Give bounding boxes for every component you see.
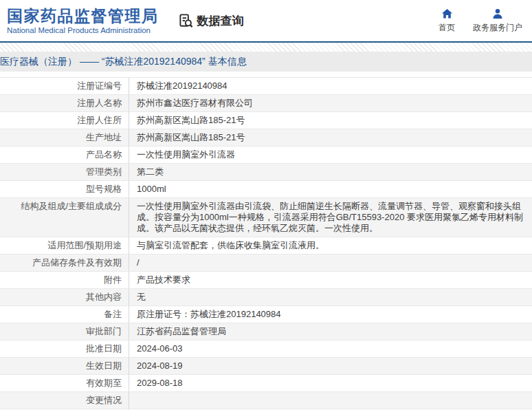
row-value: 苏械注准20192140984 [129,78,532,94]
home-icon [441,8,453,19]
table-row-reg-number: 注册证编号 苏械注准20192140984 [0,78,532,95]
table-row-management-class: 管理类别 第二类 [0,164,532,181]
row-label: 审批部门 [0,323,129,340]
row-value: 1000ml [129,181,532,197]
table-row-registrant-name: 注册人名称 苏州市鑫达医疗器材有限公司 [0,95,532,112]
logo-title-en: National Medical Products Administration [7,25,159,35]
row-value [129,392,532,409]
table-row-approval-dept: 审批部门 江苏省药品监督管理局 [0,323,532,341]
table-row-other-content: 其他内容 无 [0,289,532,306]
row-label: 注册人住所 [0,112,129,129]
row-value: 一次性使用脑室外引流器 [129,147,532,163]
nav-portal-label: 政务服务门户 [473,22,522,34]
row-label: 变更情况 [0,392,129,409]
table-row-storage-validity: 产品储存条件及有效期 / [0,255,532,272]
row-label: 其他内容 [0,289,129,305]
table-row-product-name: 产品名称 一次性使用脑室外引流器 [0,147,532,164]
row-label: 生产地址 [0,129,129,146]
row-label: 产品储存条件及有效期 [0,255,129,271]
table-row-changes: 变更情况 [0,392,532,409]
row-value: 苏州高新区嵩山路185-21号 [129,112,532,129]
row-value: 无 [129,289,532,305]
page-title: 医疗器械（注册） —— “苏械注准20192140984” 基本信息 [0,52,532,72]
header-nav: 首页 政务服务门户 [439,8,522,34]
row-value: 产品技术要求 [129,272,532,288]
page: 国家药品监督管理局 National Medical Products Admi… [0,0,532,410]
document-search-icon [178,13,194,29]
row-value: / [129,255,532,271]
title-gap [0,72,532,77]
table-row-model-spec: 型号规格 1000ml [0,181,532,198]
logo-title-cn: 国家药品监督管理局 [7,7,159,25]
nav-home[interactable]: 首页 [439,8,455,34]
row-value: 一次性使用脑室外引流器由引流袋、防止细菌逆生长隔断器、流量调节器、导管、观察窗和… [129,198,532,237]
row-label: 适用范围/预期用途 [0,237,129,254]
row-label: 生效日期 [0,358,129,374]
row-label: 注册人名称 [0,95,129,111]
row-value: 与脑室引流管配套，供临床收集脑室引流液用。 [129,237,532,254]
row-label: 有效期至 [0,375,129,391]
table-row-effective-date: 生效日期 2024-08-19 [0,358,532,375]
nmpa-logo[interactable]: 国家药品监督管理局 National Medical Products Admi… [7,7,159,35]
nav-home-label: 首页 [439,22,455,34]
table-row-composition: 结构及组成/主要组成成分 一次性使用脑室外引流器由引流袋、防止细菌逆生长隔断器、… [0,198,532,237]
table-row-approval-date: 批准日期 2024-06-03 [0,341,532,358]
data-query-link[interactable]: 数据查询 [178,13,244,29]
row-value: 2024-08-19 [129,358,532,374]
table-row-attachment: 附件 产品技术要求 [0,272,532,289]
row-label: 备注 [0,306,129,323]
table-row-registrant-address: 注册人住所 苏州高新区嵩山路185-21号 [0,112,532,129]
row-value: 2029-08-18 [129,375,532,391]
nav-portal[interactable]: 政务服务门户 [473,8,522,34]
row-value: 原注册证号：苏械注准20192140984 [129,306,532,323]
site-header: 国家药品监督管理局 National Medical Products Admi… [0,0,532,43]
row-value: 苏州市鑫达医疗器材有限公司 [129,95,532,111]
table-row-remarks: 备注 原注册证号：苏械注准20192140984 [0,306,532,323]
table-row-production-address: 生产地址 苏州高新区嵩山路185-21号 [0,129,532,147]
row-label: 附件 [0,272,129,288]
row-value: 苏州高新区嵩山路185-21号 [129,129,532,146]
stripe-divider [0,43,532,52]
row-label: 注册证编号 [0,78,129,94]
table-row-expiry-date: 有效期至 2029-08-18 [0,375,532,392]
row-label: 批准日期 [0,341,129,357]
row-label: 型号规格 [0,181,129,197]
row-label: 产品名称 [0,147,129,163]
row-value: 江苏省药品监督管理局 [129,323,532,340]
row-value: 2024-06-03 [129,341,532,357]
person-icon [492,8,503,19]
row-value: 第二类 [129,164,532,180]
data-query-label: 数据查询 [197,13,244,29]
registration-info-table: 注册证编号 苏械注准20192140984 注册人名称 苏州市鑫达医疗器材有限公… [0,77,532,410]
row-label: 管理类别 [0,164,129,180]
table-row-intended-use: 适用范围/预期用途 与脑室引流管配套，供临床收集脑室引流液用。 [0,237,532,255]
row-label: 结构及组成/主要组成成分 [0,198,129,237]
